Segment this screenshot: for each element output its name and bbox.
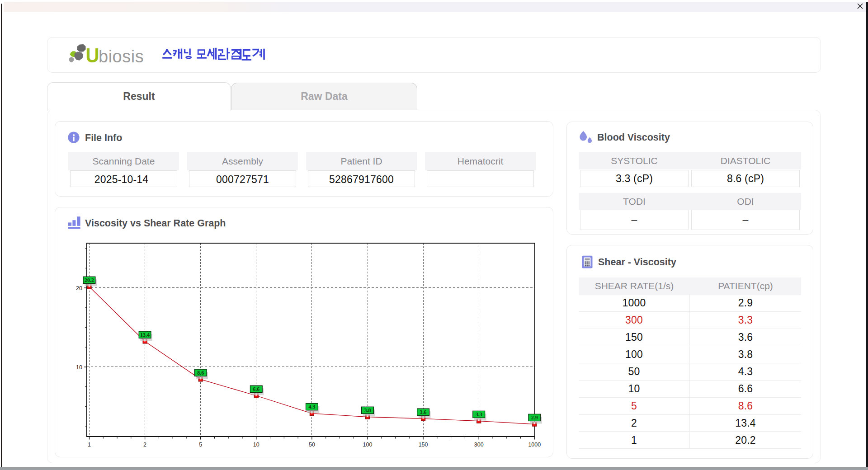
svg-text:20: 20 (76, 285, 82, 291)
svg-text:5: 5 (199, 442, 202, 448)
svg-text:300: 300 (474, 442, 484, 448)
svg-text:8.6: 8.6 (197, 370, 204, 376)
svg-text:100: 100 (363, 442, 373, 448)
svg-text:3.3: 3.3 (476, 411, 482, 418)
svg-text:1000: 1000 (528, 442, 541, 448)
svg-text:biosis: biosis (99, 47, 144, 66)
svg-text:U: U (86, 44, 99, 65)
svg-text:3.6: 3.6 (420, 409, 427, 415)
svg-text:150: 150 (419, 442, 428, 448)
svg-text:20.2: 20.2 (85, 277, 94, 283)
svg-text:13.4: 13.4 (140, 332, 150, 338)
svg-text:50: 50 (309, 442, 315, 448)
svg-text:6.6: 6.6 (253, 386, 259, 392)
svg-text:1: 1 (88, 442, 91, 448)
svg-text:3.8: 3.8 (364, 407, 371, 414)
svg-text:10: 10 (76, 364, 82, 371)
svg-text:10: 10 (253, 442, 259, 448)
svg-text:2.9: 2.9 (531, 414, 538, 421)
svg-text:2: 2 (143, 442, 146, 448)
svg-text:4.3: 4.3 (308, 404, 315, 410)
